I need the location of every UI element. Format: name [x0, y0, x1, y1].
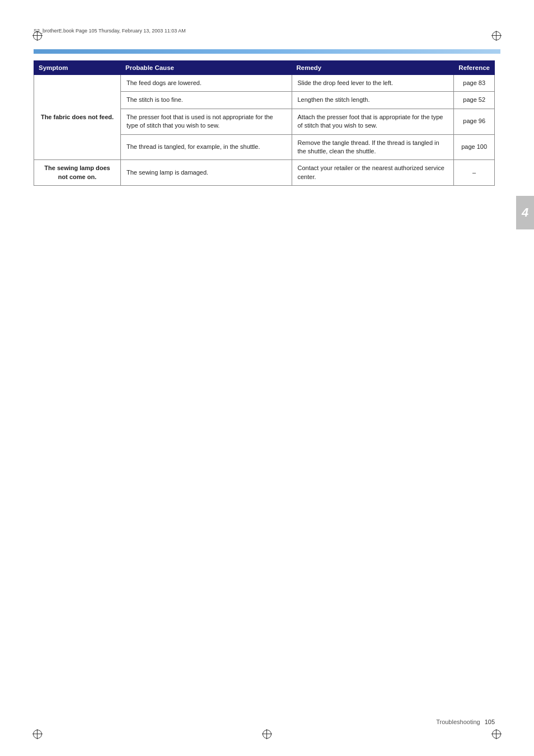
col-header-reference: Reference	[454, 61, 495, 75]
bottom-right-crosshair	[491, 729, 502, 739]
page-container: S2_brotherE.book Page 105 Thursday, Febr…	[0, 0, 534, 756]
symptom-fabric: The fabric does not feed.	[34, 75, 121, 160]
troubleshooting-table: Symptom Probable Cause Remedy Reference …	[34, 60, 495, 186]
table-row: The fabric does not feed.The feed dogs a…	[34, 75, 495, 92]
reference-cell: page 83	[454, 75, 495, 92]
footer-area: Troubleshooting 105	[34, 719, 495, 725]
remedy-cell: Remove the tangle thread. If the thread …	[292, 134, 454, 160]
cause-cell: The sewing lamp is damaged.	[121, 160, 292, 186]
header-area: S2_brotherE.book Page 105 Thursday, Febr…	[34, 28, 500, 45]
reference-cell: page 96	[454, 109, 495, 134]
footer-page-number: 105	[485, 719, 495, 725]
remedy-cell: Slide the drop feed lever to the left.	[292, 75, 454, 92]
bottom-center-crosshair	[262, 729, 272, 739]
header-text: S2_brotherE.book Page 105 Thursday, Febr…	[34, 28, 186, 34]
col-header-remedy: Remedy	[292, 61, 454, 75]
bottom-left-crosshair	[32, 729, 43, 739]
table-row: The sewing lamp does not come on.The sew…	[34, 160, 495, 186]
blue-bar	[34, 49, 500, 54]
table-header-row: Symptom Probable Cause Remedy Reference	[34, 61, 495, 75]
chapter-number: 4	[522, 205, 528, 220]
remedy-cell: Lengthen the stitch length.	[292, 92, 454, 109]
cause-cell: The presser foot that is used is not app…	[121, 109, 292, 134]
cause-cell: The feed dogs are lowered.	[121, 75, 292, 92]
reference-cell: page 100	[454, 134, 495, 160]
content-area: Symptom Probable Cause Remedy Reference …	[34, 60, 495, 186]
col-header-cause: Probable Cause	[121, 61, 292, 75]
col-header-symptom: Symptom	[34, 61, 121, 75]
remedy-cell: Contact your retailer or the nearest aut…	[292, 160, 454, 186]
footer-label: Troubleshooting	[436, 719, 480, 725]
cause-cell: The thread is tangled, for example, in t…	[121, 134, 292, 160]
remedy-cell: Attach the presser foot that is appropri…	[292, 109, 454, 134]
symptom-lamp: The sewing lamp does not come on.	[34, 160, 121, 186]
chapter-tab: 4	[516, 196, 534, 229]
cause-cell: The stitch is too fine.	[121, 92, 292, 109]
reference-cell: –	[454, 160, 495, 186]
reference-cell: page 52	[454, 92, 495, 109]
